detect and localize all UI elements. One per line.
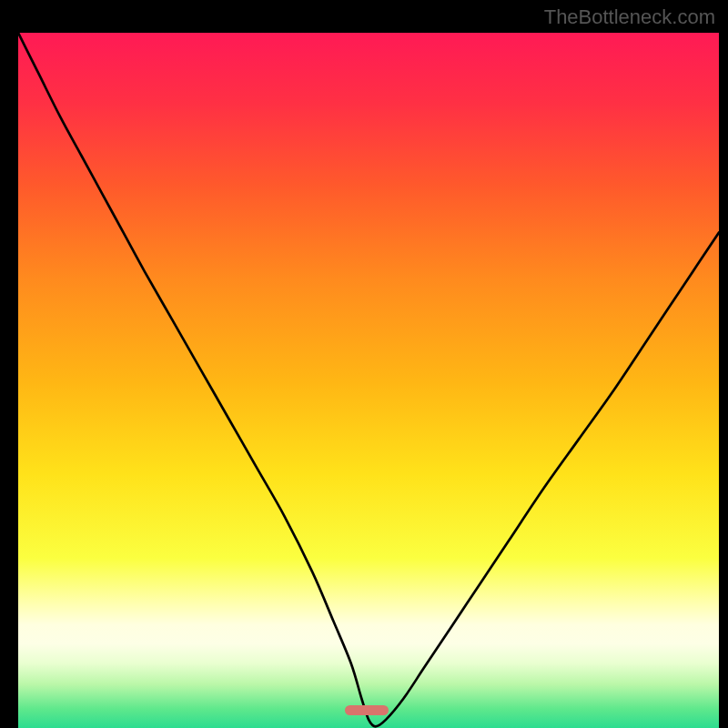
chart-container: TheBottleneck.com [0,0,728,728]
plot-area [18,33,719,719]
bottleneck-marker [345,705,389,715]
svg-rect-0 [18,33,719,728]
watermark-label: TheBottleneck.com [544,5,715,29]
gradient-background [18,33,719,728]
